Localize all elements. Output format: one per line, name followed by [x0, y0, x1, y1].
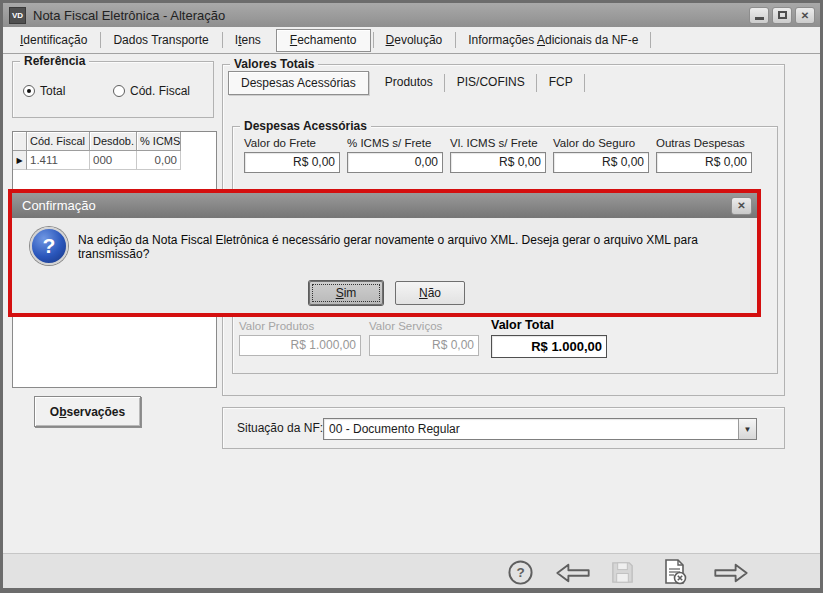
valor-servicos-label: Valor Serviços [369, 320, 479, 332]
radio-cod-fiscal-icon[interactable] [113, 85, 125, 97]
referencia-title: Referência [20, 54, 89, 68]
valor-total-input: R$ 1.000,00 [491, 335, 607, 358]
help-icon: ? [507, 559, 534, 586]
valor-seguro-label: Valor do Seguro [553, 137, 649, 149]
radio-total[interactable]: Total [23, 84, 65, 98]
cell-cod-fiscal: 1.411 [27, 151, 90, 170]
bottom-toolbar: ? [3, 553, 820, 588]
valor-seguro-input[interactable]: R$ 0,00 [553, 152, 649, 173]
valor-total-label: Valor Total [491, 318, 607, 332]
previous-button[interactable] [553, 561, 593, 585]
icms-frete-pct-label: % ICMS s/ Frete [347, 137, 443, 149]
main-window: VD Nota Fiscal Eletrônica - Alteração ✕ … [0, 0, 823, 593]
situacao-frame: Situação da NF: 00 - Documento Regular ▼ [222, 407, 785, 449]
nao-button[interactable]: Não [395, 281, 465, 305]
field-valor-frete: Valor do Frete R$ 0,00 [244, 137, 340, 173]
field-valor-produtos: Valor Produtos R$ 1.000,00 [239, 320, 361, 356]
cancel-document-button[interactable] [659, 558, 689, 586]
field-valor-servicos: Valor Serviços R$ 0,00 [369, 320, 479, 356]
cell-icms: 0,00 [137, 151, 181, 170]
table-row[interactable]: ▶ 1.411 000 0,00 [13, 151, 216, 170]
close-icon: ✕ [801, 10, 809, 21]
save-button [607, 558, 637, 586]
tab-devolucao[interactable]: Devolução [373, 27, 456, 53]
outras-despesas-input[interactable]: R$ 0,00 [656, 152, 752, 173]
arrow-right-icon [712, 561, 750, 585]
minimize-button[interactable] [749, 7, 769, 24]
grid-header-icms: % ICMS [137, 132, 181, 151]
window-controls: ✕ [749, 7, 815, 24]
valor-frete-label: Valor do Frete [244, 137, 340, 149]
maximize-icon [778, 11, 787, 19]
dialog-title: Confirmação [22, 198, 96, 213]
icms-frete-valor-label: Vl. ICMS s/ Frete [450, 137, 546, 149]
tab-dados-transporte[interactable]: Dados Transporte [100, 27, 221, 53]
close-icon: ✕ [737, 200, 745, 211]
dialog-close-button[interactable]: ✕ [731, 197, 752, 215]
app-icon: VD [9, 7, 26, 24]
radio-total-icon[interactable] [23, 85, 35, 97]
title-bar: VD Nota Fiscal Eletrônica - Alteração ✕ [3, 3, 820, 27]
save-icon [609, 559, 636, 586]
valor-frete-input[interactable]: R$ 0,00 [244, 152, 340, 173]
radio-cod-fiscal-label: Cód. Fiscal [130, 84, 190, 98]
valores-totais-title: Valores Totais [230, 57, 318, 71]
icms-frete-valor-input[interactable]: R$ 0,00 [450, 152, 546, 173]
svg-text:?: ? [516, 565, 524, 580]
subtab-pis-cofins[interactable]: PIS/COFINS [445, 70, 537, 96]
valor-produtos-input: R$ 1.000,00 [239, 335, 361, 356]
field-icms-frete-valor: Vl. ICMS s/ Frete R$ 0,00 [450, 137, 546, 173]
field-icms-frete-pct: % ICMS s/ Frete 0,00 [347, 137, 443, 173]
row-selector-icon: ▶ [13, 151, 27, 170]
valor-produtos-label: Valor Produtos [239, 320, 361, 332]
radio-cod-fiscal[interactable]: Cód. Fiscal [113, 84, 190, 98]
subtab-despesas-acessorias[interactable]: Despesas Acessórias [228, 71, 369, 95]
window-border [0, 588, 823, 593]
situacao-label: Situação da NF: [237, 408, 323, 448]
sim-button[interactable]: Sim [309, 281, 383, 305]
main-tab-bar: Identificação Dados Transporte Itens Fec… [3, 27, 820, 54]
subtab-produtos[interactable]: Produtos [373, 70, 445, 96]
cancel-document-icon [660, 558, 688, 586]
tab-informacoes-adicionais[interactable]: Informações Adicionais da NF-e [455, 27, 651, 53]
minimize-icon [755, 17, 764, 20]
grid-header-cod-fiscal: Cód. Fiscal [27, 132, 90, 151]
cell-desdob: 000 [90, 151, 137, 170]
icms-frete-pct-input[interactable]: 0,00 [347, 152, 443, 173]
tab-identificacao[interactable]: Identificação [7, 27, 100, 53]
situacao-value: 00 - Documento Regular [324, 419, 738, 439]
despesas-acessorias-title: Despesas Acessórias [240, 119, 371, 133]
grid-header-selector [13, 132, 27, 151]
dialog-message: Na edição da Nota Fiscal Eletrônica é ne… [78, 233, 758, 261]
dialog-title-bar: Confirmação ✕ [12, 193, 757, 218]
referencia-group: Referência Total Cód. Fiscal [12, 61, 214, 118]
close-button[interactable]: ✕ [795, 7, 815, 24]
valor-servicos-input: R$ 0,00 [369, 335, 479, 356]
confirmation-dialog: Confirmação ✕ ? Na edição da Nota Fiscal… [8, 189, 761, 317]
combo-dropdown-button[interactable]: ▼ [738, 419, 756, 439]
tab-itens[interactable]: Itens [222, 27, 274, 53]
subtab-fcp[interactable]: FCP [537, 70, 585, 96]
field-valor-seguro: Valor do Seguro R$ 0,00 [553, 137, 649, 173]
window-title: Nota Fiscal Eletrônica - Alteração [33, 8, 225, 23]
situacao-combobox[interactable]: 00 - Documento Regular ▼ [323, 418, 757, 440]
next-button[interactable] [711, 561, 751, 585]
question-icon: ? [30, 227, 68, 265]
outras-despesas-label: Outras Despesas [656, 137, 752, 149]
valores-subtab-bar: Despesas Acessórias Produtos PIS/COFINS … [228, 70, 585, 96]
grid-header-desdob: Desdob. [90, 132, 137, 151]
observacoes-button[interactable]: Observações [34, 396, 141, 427]
maximize-button[interactable] [772, 7, 792, 24]
grid-header-row: Cód. Fiscal Desdob. % ICMS [13, 132, 216, 151]
tab-fechamento[interactable]: Fechamento [276, 29, 371, 52]
help-button[interactable]: ? [505, 558, 535, 586]
arrow-left-icon [554, 561, 592, 585]
field-valor-total: Valor Total R$ 1.000,00 [491, 318, 607, 358]
radio-total-label: Total [40, 84, 65, 98]
field-outras-despesas: Outras Despesas R$ 0,00 [656, 137, 752, 173]
chevron-down-icon: ▼ [744, 425, 752, 434]
